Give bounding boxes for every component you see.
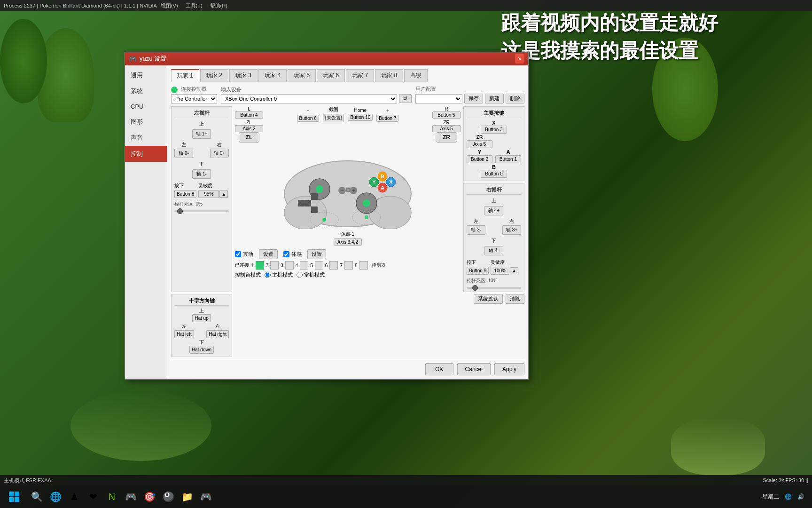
- menu-help[interactable]: 帮助(H): [210, 2, 227, 9]
- tab-player1[interactable]: 玩家 1: [171, 69, 199, 82]
- left-stick-sensitivity-value[interactable]: 95%: [198, 190, 219, 198]
- app1-taskbar-icon[interactable]: ❤: [85, 488, 102, 505]
- capture-button[interactable]: [未设置]: [323, 114, 344, 122]
- delete-profile-button[interactable]: 删除: [506, 94, 524, 103]
- new-profile-button[interactable]: 新建: [485, 94, 504, 103]
- home-button[interactable]: Button 10: [348, 114, 373, 121]
- right-sensitivity-up-btn[interactable]: ▲: [510, 267, 518, 274]
- dpad-right-btn[interactable]: Hat right: [206, 330, 229, 338]
- zr-button-main[interactable]: ZR: [436, 132, 457, 143]
- left-stick-press-btn[interactable]: Button 8: [174, 190, 196, 198]
- svg-rect-31: [15, 492, 19, 496]
- left-stick-down-btn[interactable]: 轴 1-: [192, 169, 211, 179]
- connect-section: 连接控制器 Pro Controller: [171, 86, 217, 103]
- clear-btn[interactable]: 清除: [506, 294, 524, 304]
- sidebar-item-system[interactable]: 系统: [125, 83, 167, 99]
- vibration-settings-btn[interactable]: 设置: [259, 249, 278, 259]
- dpad-left-label: 左: [182, 323, 187, 330]
- l-button[interactable]: Button 4: [235, 111, 263, 119]
- svg-rect-32: [9, 497, 14, 502]
- left-stick-left-btn[interactable]: 轴 0-: [174, 149, 193, 158]
- sensitivity-up-btn[interactable]: ▲: [219, 190, 228, 198]
- nvidia-taskbar-icon[interactable]: N: [103, 488, 120, 505]
- browser-taskbar-icon[interactable]: 🌐: [47, 488, 64, 505]
- right-stick-right-btn[interactable]: 轴 3+: [502, 225, 521, 235]
- y-button[interactable]: Button 2: [467, 155, 492, 163]
- app3-taskbar-icon[interactable]: 🎱: [160, 488, 177, 505]
- right-stick-up-btn[interactable]: 轴 4+: [484, 206, 503, 215]
- steam-taskbar-icon[interactable]: ♟: [66, 488, 83, 505]
- right-stick-sensitivity-value[interactable]: 100%: [491, 267, 509, 275]
- right-stick-down-btn[interactable]: 轴 4-: [484, 246, 503, 255]
- r-label: R: [445, 106, 448, 111]
- a-button[interactable]: Button 1: [495, 155, 521, 163]
- save-profile-button[interactable]: 保存: [464, 94, 483, 103]
- plus-button[interactable]: Button 7: [376, 115, 398, 122]
- taskbar-start-button[interactable]: [4, 486, 24, 507]
- tab-player3[interactable]: 玩家 3: [229, 69, 258, 82]
- tab-player6[interactable]: 玩家 6: [317, 69, 345, 82]
- motion-checkbox[interactable]: [283, 251, 289, 257]
- xbox-taskbar-icon[interactable]: 🎮: [122, 488, 139, 505]
- zl-button-axis[interactable]: Axis 2: [235, 125, 263, 132]
- system-default-btn[interactable]: 系统默认: [474, 294, 503, 304]
- input-device-select[interactable]: XBox One Controller 0: [221, 94, 397, 103]
- vibration-checkbox[interactable]: [235, 251, 241, 257]
- tab-player7[interactable]: 玩家 7: [346, 69, 374, 82]
- zr-face-button[interactable]: Axis 5: [467, 140, 492, 148]
- r-button[interactable]: Button 5: [432, 111, 461, 119]
- dpad-up-btn[interactable]: Hat up: [192, 314, 211, 322]
- handheld-mode-label[interactable]: 掌机模式: [297, 271, 325, 278]
- sidebar-item-general[interactable]: 通用: [125, 67, 167, 83]
- menu-tools[interactable]: 工具(T): [186, 2, 203, 9]
- files-taskbar-icon[interactable]: 📁: [179, 488, 195, 505]
- left-stick-up-btn[interactable]: 轴 1+: [192, 129, 211, 139]
- tab-player2[interactable]: 玩家 2: [200, 69, 228, 82]
- vibration-checkbox-label[interactable]: 震动: [235, 251, 253, 258]
- profile-select[interactable]: [415, 94, 462, 103]
- yuzu-taskbar-icon[interactable]: 🎮: [197, 488, 214, 505]
- sidebar-item-graphics[interactable]: 图形: [125, 114, 167, 130]
- b-button[interactable]: Button 0: [481, 170, 507, 178]
- host-mode-radio[interactable]: [265, 272, 271, 278]
- tab-advanced[interactable]: 高级: [404, 69, 428, 82]
- svg-text:−: −: [340, 187, 344, 194]
- motion-settings-btn[interactable]: 设置: [307, 249, 326, 259]
- dialog-close-button[interactable]: ×: [515, 54, 524, 64]
- right-stick-press-btn[interactable]: Button 9: [467, 267, 489, 275]
- apply-button[interactable]: Apply: [494, 363, 524, 375]
- sidebar-item-audio[interactable]: 声音: [125, 130, 167, 146]
- left-stick-deadzone-slider[interactable]: [174, 210, 229, 212]
- zl-button-main[interactable]: ZL: [239, 132, 260, 143]
- minus-button[interactable]: Button 6: [297, 115, 319, 122]
- sidebar-item-controls[interactable]: 控制: [125, 146, 167, 162]
- host-mode-label[interactable]: 主机模式: [265, 271, 293, 278]
- right-stick-left-btn[interactable]: 轴 3-: [467, 225, 485, 235]
- system-btns: 系统默认 清除: [474, 294, 524, 304]
- haptic-axis-btn[interactable]: Axis 3,4,2: [334, 238, 362, 246]
- sidebar-item-cpu[interactable]: CPU: [125, 99, 167, 114]
- dpad-left-btn[interactable]: Hat left: [174, 330, 194, 338]
- motion-checkbox-label[interactable]: 体感: [283, 251, 302, 258]
- zr-button-axis[interactable]: Axis 5: [432, 125, 461, 132]
- controller-type-select[interactable]: Pro Controller: [171, 94, 217, 103]
- tab-player5[interactable]: 玩家 5: [288, 69, 316, 82]
- dpad-down-btn[interactable]: Hat down: [189, 346, 214, 354]
- app2-taskbar-icon[interactable]: 🎯: [141, 488, 158, 505]
- dpad-title: 十字方向键: [174, 297, 229, 306]
- right-stick-down-label: 下: [467, 238, 521, 244]
- cancel-button[interactable]: Cancel: [457, 363, 491, 375]
- tab-player8[interactable]: 玩家 8: [375, 69, 403, 82]
- right-stick-deadzone-slider[interactable]: [467, 287, 521, 289]
- left-stick-right-btn[interactable]: 轴 0+: [210, 149, 229, 158]
- tab-player4[interactable]: 玩家 4: [258, 69, 287, 82]
- mode-label: 控制台模式: [235, 271, 261, 278]
- svg-text:Y: Y: [372, 179, 376, 185]
- ok-button[interactable]: OK: [425, 363, 453, 375]
- x-button[interactable]: Button 3: [481, 126, 507, 134]
- search-taskbar-icon[interactable]: 🔍: [28, 488, 45, 505]
- svg-rect-9: [311, 206, 318, 213]
- handheld-mode-radio[interactable]: [297, 272, 303, 278]
- refresh-input-button[interactable]: ↺: [399, 94, 412, 103]
- menu-view[interactable]: 视图(V): [161, 2, 178, 9]
